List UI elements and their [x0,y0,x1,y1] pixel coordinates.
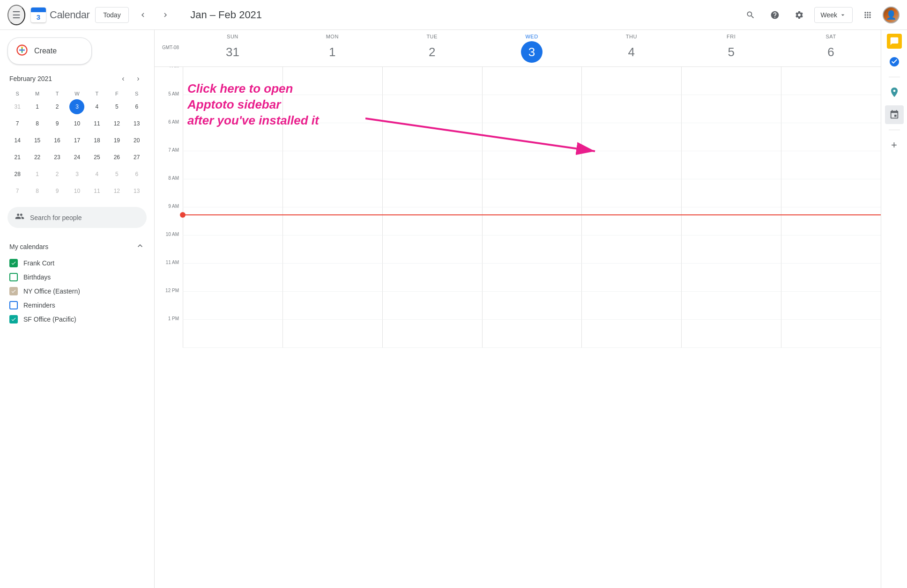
calendar-cell[interactable] [482,123,582,151]
calendar-cell[interactable] [781,207,881,235]
mini-cal-day[interactable]: 13 [129,184,144,198]
mini-cal-day[interactable]: 27 [129,150,144,165]
mini-cal-day[interactable]: 31 [10,99,25,114]
calendar-cell[interactable] [283,123,382,151]
calendar-cell[interactable] [283,320,382,348]
calendar-item[interactable]: Birthdays [7,270,147,284]
mini-cal-day[interactable]: 8 [30,184,45,198]
mini-cal-day[interactable]: 22 [30,150,45,165]
calendar-cell[interactable] [581,67,681,95]
calendar-cell[interactable] [581,264,681,292]
mini-cal-day[interactable]: 9 [50,116,65,131]
maps-icon[interactable] [885,83,904,102]
calendar-cell[interactable] [183,235,283,264]
calendar-item[interactable]: Frank Cort [7,256,147,270]
create-button[interactable]: Create [7,37,92,65]
calendar-cell[interactable] [581,123,681,151]
search-button[interactable] [741,6,760,24]
add-extension-button[interactable]: + [885,136,904,154]
prev-nav-button[interactable] [134,7,151,23]
mini-cal-day[interactable]: 4 [89,99,104,114]
calendar-cell[interactable] [283,179,382,207]
calendar-cell[interactable] [183,264,283,292]
mini-cal-day[interactable]: 2 [50,167,65,182]
calendar-cell[interactable] [283,292,382,320]
calendar-cell[interactable] [781,179,881,207]
calendar-cell[interactable] [681,179,781,207]
mini-cal-day[interactable]: 13 [129,116,144,131]
today-button[interactable]: Today [95,7,128,23]
mini-cal-day[interactable]: 11 [89,116,104,131]
calendar-cell[interactable] [781,292,881,320]
mini-cal-day[interactable]: 8 [30,116,45,131]
calendar-cell[interactable] [681,123,781,151]
calendar-cell[interactable] [283,95,382,123]
mini-cal-day[interactable]: 4 [89,167,104,182]
app-logo[interactable]: 3 Calendar [31,7,89,22]
calendar-cell[interactable] [183,151,283,179]
calendar-cell[interactable] [681,151,781,179]
mini-cal-day[interactable]: 21 [10,150,25,165]
mini-cal-day[interactable]: 7 [10,184,25,198]
mini-cal-day[interactable]: 5 [109,167,124,182]
calendar-cell[interactable] [382,95,482,123]
calendar-cell[interactable] [781,123,881,151]
calendar-cell[interactable] [781,95,881,123]
mini-cal-day[interactable]: 12 [109,184,124,198]
calendar-cell[interactable] [681,320,781,348]
mini-cal-day[interactable]: 1 [30,167,45,182]
calendar-cell[interactable] [183,123,283,151]
calendar-cell[interactable] [482,264,582,292]
calendar-cell[interactable] [183,320,283,348]
calendar-cell[interactable] [183,67,283,95]
mini-cal-day[interactable]: 17 [69,133,84,148]
mini-cal-day[interactable]: 23 [50,150,65,165]
calendar-cell[interactable] [781,264,881,292]
mini-cal-day[interactable]: 5 [109,99,124,114]
calendar-item[interactable]: Reminders [7,298,147,312]
mini-cal-day[interactable]: 11 [89,184,104,198]
calendar-cell[interactable] [382,179,482,207]
calendar-cell[interactable] [382,151,482,179]
calendar-cell[interactable] [283,151,382,179]
calendar-cell[interactable] [581,95,681,123]
mini-cal-day[interactable]: 6 [129,99,144,114]
mini-cal-day[interactable]: 3 [69,167,84,182]
calendar-cell[interactable] [781,320,881,348]
calendar-cell[interactable] [482,207,582,235]
calendar-cell[interactable] [581,320,681,348]
calendar-cell[interactable] [482,292,582,320]
calendar-cell[interactable] [382,207,482,235]
calendar-item[interactable]: SF Office (Pacific) [7,312,147,326]
apptoto-calendar-icon[interactable] [885,105,904,124]
mini-cal-day[interactable]: 12 [109,116,124,131]
calendar-cell[interactable] [681,95,781,123]
mini-cal-day[interactable]: 15 [30,133,45,148]
calendar-cell[interactable] [183,95,283,123]
calendar-cell[interactable] [781,67,881,95]
calendar-cell[interactable] [681,207,781,235]
view-selector[interactable]: Week [814,7,853,23]
tasks-icon[interactable] [885,52,904,71]
mini-cal-day[interactable]: 26 [109,150,124,165]
calendar-cell[interactable] [382,67,482,95]
calendar-cell[interactable] [681,235,781,264]
next-nav-button[interactable] [157,7,174,23]
mini-cal-prev[interactable]: ‹ [117,72,130,85]
calendar-cell[interactable] [581,151,681,179]
mini-cal-day[interactable]: 14 [10,133,25,148]
calendar-cell[interactable] [382,235,482,264]
mini-cal-day[interactable]: 24 [69,150,84,165]
mini-cal-day[interactable]: 1 [30,99,45,114]
calendar-cell[interactable] [581,235,681,264]
calendar-cell[interactable] [482,179,582,207]
calendar-cell[interactable] [382,292,482,320]
calendar-cell[interactable] [482,320,582,348]
calendar-cell[interactable] [183,207,283,235]
mini-cal-day[interactable]: 2 [50,99,65,114]
calendar-cell[interactable] [283,235,382,264]
calendar-cell[interactable] [581,207,681,235]
menu-button[interactable]: ☰ [7,5,25,25]
calendar-cell[interactable] [581,292,681,320]
calendar-cell[interactable] [482,67,582,95]
